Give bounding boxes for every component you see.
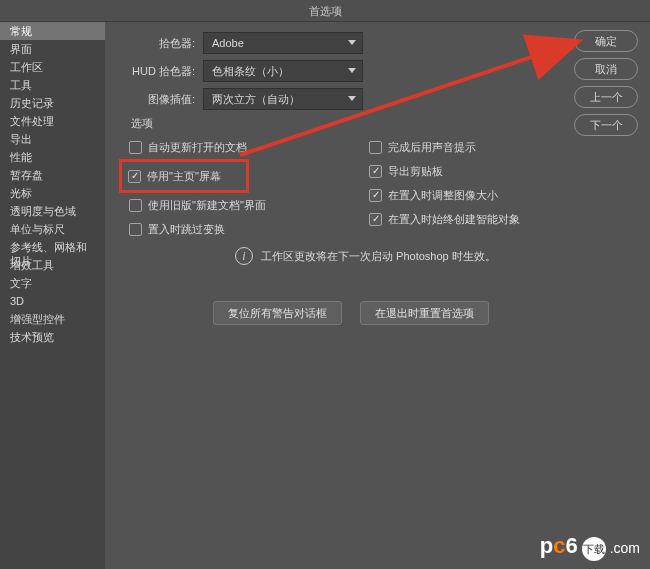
- checkbox-icon[interactable]: [369, 213, 382, 226]
- checkbox-icon[interactable]: [369, 189, 382, 202]
- chevron-down-icon: [348, 96, 356, 101]
- opt-label: 在置入时调整图像大小: [388, 188, 498, 203]
- checkbox-icon[interactable]: [129, 223, 142, 236]
- opt-resize-place[interactable]: 在置入时调整图像大小: [365, 183, 575, 207]
- content: 确定 取消 上一个 下一个 拾色器: Adobe HUD 拾色器: 色相条纹（小…: [105, 22, 650, 569]
- sidebar-item-history[interactable]: 历史记录: [0, 94, 105, 112]
- opt-legacy-newdoc[interactable]: 使用旧版"新建文档"界面: [125, 193, 335, 217]
- sidebar-item-workspace[interactable]: 工作区: [0, 58, 105, 76]
- sidebar-item-preview[interactable]: 技术预览: [0, 328, 105, 346]
- sidebar-item-transparency[interactable]: 透明度与色域: [0, 202, 105, 220]
- reset-warnings-button[interactable]: 复位所有警告对话框: [213, 301, 342, 325]
- cancel-button[interactable]: 取消: [574, 58, 638, 80]
- options-group-label: 选项: [131, 116, 640, 131]
- hud-picker-select[interactable]: 色相条纹（小）: [203, 60, 363, 82]
- sidebar-item-scratch[interactable]: 暂存盘: [0, 166, 105, 184]
- sidebar: 常规 界面 工作区 工具 历史记录 文件处理 导出 性能 暂存盘 光标 透明度与…: [0, 22, 105, 569]
- chevron-down-icon: [348, 40, 356, 45]
- opt-label: 置入时跳过变换: [148, 222, 225, 237]
- color-picker-value: Adobe: [212, 37, 244, 49]
- opt-auto-update[interactable]: 自动更新打开的文档: [125, 135, 335, 159]
- color-picker-select[interactable]: Adobe: [203, 32, 363, 54]
- opt-disable-home[interactable]: 停用"主页"屏幕: [124, 164, 244, 188]
- window-title: 首选项: [0, 0, 650, 22]
- highlight-box: 停用"主页"屏幕: [119, 159, 249, 193]
- checkbox-icon[interactable]: [129, 141, 142, 154]
- chevron-down-icon: [348, 68, 356, 73]
- color-picker-label: 拾色器:: [125, 36, 195, 51]
- opt-export-clipboard[interactable]: 导出剪贴板: [365, 159, 575, 183]
- reset-on-quit-button[interactable]: 在退出时重置首选项: [360, 301, 489, 325]
- sidebar-item-export[interactable]: 导出: [0, 130, 105, 148]
- opt-beep[interactable]: 完成后用声音提示: [365, 135, 575, 159]
- checkbox-icon[interactable]: [129, 199, 142, 212]
- options-col-left: 自动更新打开的文档 停用"主页"屏幕 使用旧版"新建文档"界面 置入时跳过变换: [125, 135, 335, 241]
- sidebar-item-type[interactable]: 文字: [0, 274, 105, 292]
- sidebar-item-units[interactable]: 单位与标尺: [0, 220, 105, 238]
- main: 常规 界面 工作区 工具 历史记录 文件处理 导出 性能 暂存盘 光标 透明度与…: [0, 22, 650, 569]
- checkbox-icon[interactable]: [128, 170, 141, 183]
- options-area: 自动更新打开的文档 停用"主页"屏幕 使用旧版"新建文档"界面 置入时跳过变换: [125, 135, 575, 241]
- sidebar-item-performance[interactable]: 性能: [0, 148, 105, 166]
- interpolation-value: 两次立方（自动）: [212, 93, 300, 105]
- sidebar-item-plugins[interactable]: 增效工具: [0, 256, 105, 274]
- ok-button[interactable]: 确定: [574, 30, 638, 52]
- interpolation-select[interactable]: 两次立方（自动）: [203, 88, 363, 110]
- prev-button[interactable]: 上一个: [574, 86, 638, 108]
- sidebar-item-3d[interactable]: 3D: [0, 292, 105, 310]
- interpolation-label: 图像插值:: [125, 92, 195, 107]
- opt-label: 完成后用声音提示: [388, 140, 476, 155]
- sidebar-item-general[interactable]: 常规: [0, 22, 105, 40]
- sidebar-item-guides[interactable]: 参考线、网格和切片: [0, 238, 105, 256]
- wm-p: p: [540, 533, 553, 558]
- next-button[interactable]: 下一个: [574, 114, 638, 136]
- opt-label: 自动更新打开的文档: [148, 140, 247, 155]
- watermark: pc6 下载站 .com: [540, 533, 640, 561]
- info-note-text: 工作区更改将在下一次启动 Photoshop 时生效。: [261, 249, 496, 264]
- checkbox-icon[interactable]: [369, 141, 382, 154]
- hud-picker-value: 色相条纹（小）: [212, 65, 289, 77]
- sidebar-item-filehandling[interactable]: 文件处理: [0, 112, 105, 130]
- wm-c: c: [553, 533, 565, 558]
- hud-picker-label: HUD 拾色器:: [125, 64, 195, 79]
- wm-com: .com: [610, 540, 640, 556]
- dialog-buttons: 确定 取消 上一个 下一个: [574, 30, 638, 136]
- sidebar-item-enhanced[interactable]: 增强型控件: [0, 310, 105, 328]
- wm-badge: 下载站: [582, 537, 606, 561]
- wm-6: 6: [565, 533, 577, 558]
- checkbox-icon[interactable]: [369, 165, 382, 178]
- sidebar-item-interface[interactable]: 界面: [0, 40, 105, 58]
- opt-label: 导出剪贴板: [388, 164, 443, 179]
- sidebar-item-tools[interactable]: 工具: [0, 76, 105, 94]
- options-col-right: 完成后用声音提示 导出剪贴板 在置入时调整图像大小 在置入时始终创建智能对象: [365, 135, 575, 241]
- opt-label: 使用旧版"新建文档"界面: [148, 198, 266, 213]
- sidebar-item-cursors[interactable]: 光标: [0, 184, 105, 202]
- opt-smart-place[interactable]: 在置入时始终创建智能对象: [365, 207, 575, 231]
- info-icon: i: [235, 247, 253, 265]
- opt-label: 停用"主页"屏幕: [147, 169, 221, 184]
- info-note-row: i 工作区更改将在下一次启动 Photoshop 时生效。: [235, 247, 640, 265]
- action-buttons: 复位所有警告对话框 在退出时重置首选项: [213, 301, 640, 325]
- opt-skip-transform[interactable]: 置入时跳过变换: [125, 217, 335, 241]
- opt-label: 在置入时始终创建智能对象: [388, 212, 520, 227]
